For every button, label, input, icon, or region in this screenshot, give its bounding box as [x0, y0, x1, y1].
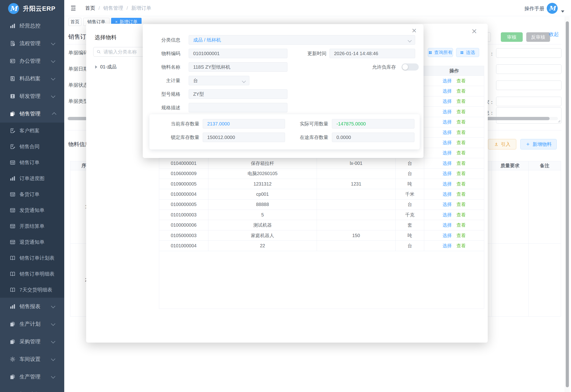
- view-link[interactable]: 查看: [457, 191, 466, 197]
- select-link[interactable]: 选择: [443, 201, 452, 208]
- current-stock-field[interactable]: 2137.0000: [203, 119, 285, 128]
- right-form-textarea[interactable]: [496, 107, 561, 124]
- code-field[interactable]: 0101000001: [189, 49, 287, 58]
- available-qty-field[interactable]: -147875.0000: [332, 119, 414, 128]
- sidebar-item-2[interactable]: 办公管理: [0, 52, 64, 70]
- view-link[interactable]: 查看: [457, 140, 466, 146]
- right-form-input-2[interactable]: [496, 81, 561, 90]
- model-field[interactable]: ZY型: [189, 89, 287, 99]
- right-form-input-3[interactable]: [496, 97, 561, 106]
- select-link[interactable]: 选择: [443, 232, 452, 239]
- sidebar-item-19[interactable]: 采购管理: [0, 333, 64, 350]
- sidebar-item-9[interactable]: 订单进度图: [0, 170, 64, 186]
- view-link[interactable]: 查看: [457, 232, 466, 239]
- view-link[interactable]: 查看: [457, 88, 466, 94]
- popup-close-icon[interactable]: ×: [411, 27, 417, 33]
- add-material-button[interactable]: 新增物料: [520, 139, 557, 149]
- select-link[interactable]: 选择: [443, 140, 452, 146]
- breadcrumb-item-2[interactable]: 新增订单: [131, 5, 151, 11]
- avatar[interactable]: M: [547, 3, 558, 14]
- view-link[interactable]: 查看: [457, 98, 466, 105]
- select-link[interactable]: 选择: [443, 109, 452, 115]
- audit-button[interactable]: 审核: [501, 32, 523, 42]
- view-link[interactable]: 查看: [457, 119, 466, 125]
- sidebar-item-22[interactable]: 加工车间: [0, 386, 64, 392]
- select-link[interactable]: 选择: [443, 88, 452, 94]
- sidebar-item-6[interactable]: 客户档案: [0, 123, 64, 139]
- cell-unit: 台: [396, 200, 424, 210]
- breadcrumb-item-0[interactable]: 首页: [85, 5, 95, 11]
- sidebar-item-13[interactable]: 退货通知单: [0, 234, 64, 250]
- view-link[interactable]: 查看: [457, 160, 466, 167]
- select-link[interactable]: 选择: [443, 181, 452, 187]
- sidebar-item-4[interactable]: 研发管理: [0, 87, 64, 105]
- in-transit-field[interactable]: 0.0000: [332, 133, 414, 142]
- sidebar-item-7[interactable]: 销售合同: [0, 139, 64, 154]
- sidebar-item-1[interactable]: 流程管理: [0, 35, 64, 52]
- sidebar-item-16[interactable]: 7天交货明细表: [0, 282, 64, 298]
- view-link[interactable]: 查看: [457, 243, 466, 249]
- select-link[interactable]: 选择: [443, 98, 452, 105]
- view-link[interactable]: 查看: [457, 170, 466, 177]
- tab-0[interactable]: 首页: [69, 18, 81, 26]
- sidebar-item-10[interactable]: 备货订单: [0, 186, 64, 202]
- sidebar-item-15[interactable]: 销售订单明细表: [0, 266, 64, 282]
- category-select[interactable]: 成品 / 纸杯机: [189, 35, 415, 45]
- avatar-caret-down-icon[interactable]: [561, 11, 564, 13]
- updated-field[interactable]: 2026-01-14 14:48:46: [330, 49, 415, 58]
- collapse-form-link[interactable]: 收起: [549, 31, 559, 38]
- sidebar-item-20[interactable]: 车间设置: [0, 350, 64, 368]
- unaudit-button[interactable]: 反审核: [526, 32, 550, 42]
- view-link[interactable]: 查看: [457, 201, 466, 208]
- select-link[interactable]: 选择: [443, 160, 452, 167]
- view-link[interactable]: 查看: [457, 129, 466, 136]
- sidebar-item-3[interactable]: 料品档案: [0, 70, 64, 87]
- category-label: 分类信息: [147, 35, 180, 45]
- tree-node-finished-goods[interactable]: 01-成品: [95, 64, 117, 70]
- view-link[interactable]: 查看: [457, 150, 466, 156]
- modal-close-icon[interactable]: ×: [471, 28, 477, 35]
- select-link[interactable]: 选择: [443, 243, 452, 249]
- multi-select-button[interactable]: 连选: [456, 48, 479, 57]
- right-form-input-0[interactable]: [496, 48, 561, 58]
- category-search-input[interactable]: 请输入分类名称: [93, 47, 148, 56]
- right-form-input-1[interactable]: [496, 64, 561, 74]
- name-field[interactable]: 118S ZY型纸杯机: [189, 62, 287, 72]
- select-link[interactable]: 选择: [443, 212, 452, 218]
- unit-select[interactable]: 台: [189, 76, 249, 85]
- sidebar-item-11[interactable]: 发货通知单: [0, 202, 64, 218]
- sidebar-item-8[interactable]: 销售订单: [0, 154, 64, 170]
- locked-stock-field[interactable]: 150012.0000: [203, 133, 285, 142]
- spec-desc-field[interactable]: [189, 103, 287, 112]
- cell-name: 88888: [209, 200, 317, 210]
- sidebar-collapse-icon[interactable]: [70, 5, 77, 11]
- select-link[interactable]: 选择: [443, 129, 452, 136]
- sidebar-item-12[interactable]: 开票结算单: [0, 218, 64, 234]
- import-button[interactable]: 引入: [488, 139, 516, 149]
- manual-link[interactable]: 操作手册: [524, 5, 544, 12]
- select-link[interactable]: 选择: [443, 150, 452, 156]
- sidebar-item-17[interactable]: 销售报表: [0, 298, 64, 315]
- select-link[interactable]: 选择: [443, 119, 452, 125]
- sidebar-item-label: 生产管理: [19, 373, 40, 380]
- sidebar-item-14[interactable]: 销售订单计划表: [0, 250, 64, 266]
- view-link[interactable]: 查看: [457, 109, 466, 115]
- vertical-scrollbar[interactable]: [566, 21, 569, 387]
- allow-negative-toggle[interactable]: [402, 63, 419, 70]
- query-all-button[interactable]: 查询所有: [428, 48, 453, 57]
- view-link[interactable]: 查看: [457, 222, 466, 228]
- select-link[interactable]: 选择: [443, 78, 452, 84]
- tree-caret-right-icon[interactable]: [95, 65, 97, 69]
- sidebar-item-18[interactable]: 生产计划: [0, 315, 64, 333]
- sidebar-item-0[interactable]: 经营总控: [0, 17, 64, 35]
- download-icon: [494, 142, 499, 147]
- sidebar-item-5[interactable]: 销售管理: [0, 105, 64, 123]
- view-link[interactable]: 查看: [457, 78, 466, 84]
- select-link[interactable]: 选择: [443, 191, 452, 197]
- breadcrumb-item-1[interactable]: 销售管理: [103, 5, 123, 11]
- view-link[interactable]: 查看: [457, 212, 466, 218]
- sidebar-item-21[interactable]: 生产管理: [0, 368, 64, 386]
- view-link[interactable]: 查看: [457, 181, 466, 187]
- select-link[interactable]: 选择: [443, 222, 452, 228]
- select-link[interactable]: 选择: [443, 170, 452, 177]
